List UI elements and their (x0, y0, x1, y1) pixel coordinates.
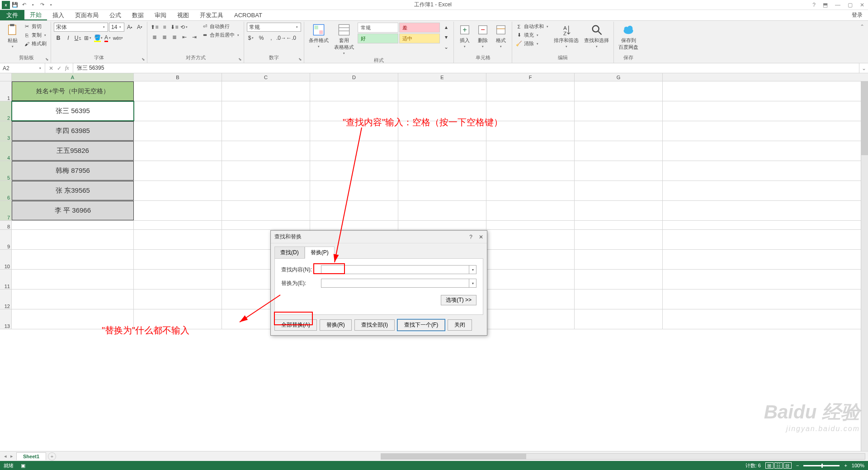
number-launcher-icon[interactable]: ⬊ (297, 57, 303, 62)
row-header-6[interactable]: 6 (0, 181, 12, 200)
table-format-button[interactable]: 套用 表格格式 (332, 23, 356, 56)
cell-a2[interactable]: 张三 56395 (12, 101, 134, 121)
font-color-button[interactable]: A (104, 33, 113, 43)
underline-button[interactable]: U (74, 33, 83, 43)
orientation-icon[interactable]: ⟲ (180, 23, 189, 32)
sheet-nav-first-icon[interactable]: ◂ (3, 453, 8, 459)
align-bottom-icon[interactable]: ⬇≡ (170, 23, 179, 32)
sheet-nav-last-icon[interactable]: ▸ (9, 453, 14, 459)
zoom-in-icon[interactable]: + (844, 463, 847, 468)
align-middle-icon[interactable]: ≡ (160, 23, 169, 32)
percent-icon[interactable]: % (257, 33, 266, 43)
styles-scroll-down-icon[interactable]: ▾ (442, 33, 451, 42)
font-size-combo[interactable]: 14 (109, 23, 124, 32)
increase-font-icon[interactable]: A▴ (125, 23, 134, 32)
merge-button[interactable]: ⬌合并后居中 (201, 31, 241, 39)
row-header-7[interactable]: 7 (0, 201, 12, 220)
cancel-icon[interactable]: ✕ (49, 65, 53, 71)
file-tab[interactable]: 文件 (0, 10, 24, 20)
cell-a1[interactable]: 姓名+学号（中间无空格） (12, 81, 134, 101)
zoom-out-icon[interactable]: − (796, 463, 799, 468)
row-header-3[interactable]: 3 (0, 121, 12, 141)
replace-dropdown-icon[interactable]: ▾ (469, 279, 476, 287)
replace-all-button[interactable]: 全部替换(A) (274, 319, 317, 331)
dialog-tab-find[interactable]: 查找(D) (274, 247, 305, 259)
comma-icon[interactable]: , (267, 33, 276, 43)
help-icon[interactable]: ? (811, 2, 817, 8)
find-select-button[interactable]: 查找和选择 (582, 23, 611, 49)
find-dropdown-icon[interactable]: ▾ (469, 266, 476, 274)
col-header-a[interactable]: A (12, 73, 134, 81)
align-launcher-icon[interactable]: ⬊ (237, 57, 243, 62)
style-bad[interactable]: 差 (399, 23, 440, 33)
col-header-f[interactable]: F (486, 73, 575, 81)
find-input[interactable] (321, 266, 469, 274)
dialog-help-icon[interactable]: ? (469, 234, 472, 240)
align-top-icon[interactable]: ⬆≡ (150, 23, 159, 32)
align-left-icon[interactable]: ≣ (150, 33, 159, 42)
cell-a5[interactable]: 韩梅 87956 (12, 161, 134, 180)
indent-decrease-icon[interactable]: ⇤ (180, 33, 189, 42)
align-center-icon[interactable]: ≣ (160, 33, 169, 42)
name-box[interactable]: A2 (0, 63, 45, 73)
cell-a3[interactable]: 李四 63985 (12, 121, 134, 141)
dialog-close-icon[interactable]: ✕ (479, 234, 483, 240)
insert-cell-button[interactable]: +插入 (457, 23, 473, 49)
tab-insert[interactable]: 插入 (47, 10, 70, 20)
clipboard-launcher-icon[interactable]: ⬊ (44, 57, 50, 62)
save-baidu-button[interactable]: 保存到 百度网盘 (617, 23, 640, 52)
row-header-5[interactable]: 5 (0, 161, 12, 180)
close-icon[interactable]: ✕ (858, 2, 866, 8)
tab-data[interactable]: 数据 (127, 10, 149, 20)
col-header-e[interactable]: E (398, 73, 486, 81)
find-next-button[interactable]: 查找下一个(F) (397, 319, 445, 331)
fill-color-button[interactable]: 🪣 (94, 33, 103, 43)
styles-scroll-up-icon[interactable]: ▴ (442, 23, 451, 32)
tab-formulas[interactable]: 公式 (104, 10, 127, 20)
cell-a4[interactable]: 王五95826 (12, 141, 134, 161)
col-header-g[interactable]: G (575, 73, 663, 81)
add-sheet-icon[interactable]: + (48, 452, 56, 461)
close-button[interactable]: 关闭 (448, 319, 472, 331)
zoom-level[interactable]: 100% (852, 463, 864, 468)
fx-icon[interactable]: fx (65, 65, 69, 71)
macro-record-icon[interactable]: ▣ (21, 463, 25, 469)
tab-review[interactable]: 审阅 (149, 10, 172, 20)
decrease-decimal-icon[interactable]: ←.0 (287, 33, 296, 43)
horizontal-scrollbar[interactable] (381, 453, 865, 460)
view-break-icon[interactable]: ⊟ (783, 462, 792, 469)
zoom-slider[interactable] (803, 465, 840, 466)
currency-icon[interactable]: $ (247, 33, 256, 43)
row-header-4[interactable]: 4 (0, 141, 12, 161)
styles-more-icon[interactable]: ⌄ (442, 43, 451, 52)
view-normal-icon[interactable]: ⊞ (765, 462, 774, 469)
enter-icon[interactable]: ✓ (57, 65, 61, 71)
vertical-scrollbar[interactable] (861, 81, 868, 451)
paste-button[interactable]: 粘贴 (5, 23, 21, 49)
style-good[interactable]: 好 (358, 33, 398, 43)
format-cell-button[interactable]: 格式 (493, 23, 509, 49)
decrease-font-icon[interactable]: A▾ (135, 23, 144, 32)
clear-button[interactable]: 🧹清除 (515, 40, 550, 47)
cell-a7[interactable]: 李 平 36966 (12, 201, 134, 220)
painter-button[interactable]: 🖌格式刷 (23, 40, 48, 47)
row-header-2[interactable]: 2 (0, 101, 12, 121)
sort-filter-button[interactable]: AZ排序和筛选 (552, 23, 580, 49)
undo-dropdown-icon[interactable] (29, 1, 37, 9)
cell-a6[interactable]: 张 东39565 (12, 181, 134, 200)
paste-dropdown-icon[interactable] (11, 45, 14, 48)
tab-layout[interactable]: 页面布局 (70, 10, 104, 20)
qat-customize-icon[interactable] (47, 1, 55, 9)
select-all-button[interactable] (0, 73, 12, 81)
number-format-combo[interactable]: 常规 (247, 23, 301, 32)
italic-button[interactable]: I (64, 33, 73, 43)
tab-acrobat[interactable]: ACROBAT (229, 10, 268, 20)
autosum-button[interactable]: Σ自动求和 (515, 23, 550, 30)
sheet-tab-1[interactable]: Sheet1 (16, 452, 46, 460)
phonetic-button[interactable]: wén (113, 33, 123, 43)
indent-increase-icon[interactable]: ⇥ (190, 33, 199, 42)
restore-icon[interactable]: ▢ (846, 2, 854, 8)
tab-home[interactable]: 开始 (24, 10, 47, 20)
fill-button[interactable]: ⬇填充 (515, 31, 550, 39)
delete-cell-button[interactable]: −删除 (475, 23, 491, 49)
